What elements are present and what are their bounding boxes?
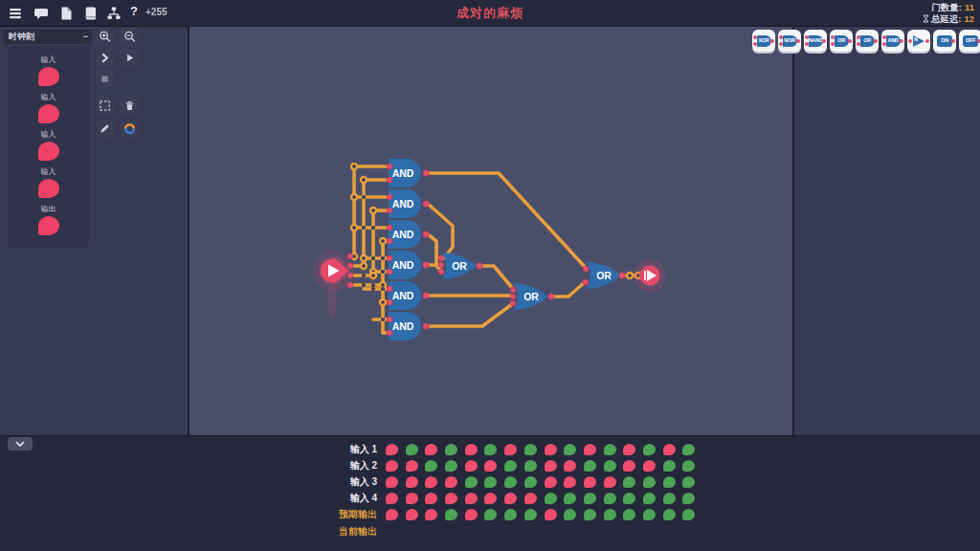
gate-pin[interactable] (548, 294, 554, 299)
clock-panel: 输入输入输入输入输出 (8, 46, 89, 248)
table-row-cells (386, 444, 695, 455)
palette-button-xor-0[interactable]: XOR (752, 30, 775, 52)
palette-button-and-5[interactable]: AND (881, 30, 904, 52)
delay-row: 总延迟:12 (923, 13, 974, 25)
gate-pin[interactable] (387, 330, 392, 336)
gate-pin[interactable] (423, 201, 429, 207)
palette-button-nand-2[interactable]: NAND (804, 30, 827, 52)
gate-pin[interactable] (387, 317, 392, 322)
collapse-table-button[interactable] (8, 437, 33, 451)
palette-pin (857, 42, 860, 46)
edit-button[interactable] (96, 120, 114, 138)
cell-blob-off (465, 509, 478, 520)
and-gate-label: AND (392, 198, 414, 209)
gate-pin[interactable] (347, 263, 353, 269)
gate-pin[interactable] (423, 262, 429, 268)
zoom-in-button[interactable] (96, 28, 114, 46)
palette-pin (857, 35, 860, 39)
gate-pin[interactable] (583, 279, 589, 285)
or-gate-label: OR (452, 260, 467, 272)
cell-blob-on (524, 460, 537, 472)
cell-blob-on (504, 509, 517, 520)
table-row-label: 当前输出 (316, 525, 377, 539)
gate-pin[interactable] (423, 170, 429, 176)
gate-pin[interactable] (619, 273, 625, 278)
collapse-panel-button[interactable]: − (83, 30, 88, 44)
palette-button-nor-1[interactable]: NOR (778, 30, 801, 52)
cell-blob-on (643, 444, 656, 455)
palette-pin (831, 42, 835, 46)
clock-item-2[interactable]: 输入 (15, 92, 82, 123)
cell-blob-off (425, 493, 437, 504)
clock-item-1[interactable]: 输入 (15, 55, 82, 86)
gate-pin[interactable] (438, 262, 444, 268)
gate-pin[interactable] (387, 299, 392, 305)
output-arrow-icon (644, 271, 646, 280)
select-box-button[interactable] (96, 97, 114, 115)
cell-blob-on (682, 493, 695, 504)
gate-pin[interactable] (347, 253, 353, 259)
gate-pin[interactable] (438, 255, 444, 261)
cell-blob-on (504, 460, 517, 472)
palette-gate-shape: XOR (757, 35, 771, 47)
gate-pin[interactable] (510, 294, 516, 299)
gate-pin[interactable] (387, 286, 392, 292)
gate-pin[interactable] (438, 269, 444, 275)
palette-button-or-4[interactable]: OR (856, 30, 879, 52)
gate-pin[interactable] (387, 208, 392, 213)
color-palette-button[interactable] (121, 120, 139, 138)
palette-button-on-7[interactable]: ON (933, 30, 956, 52)
zoom-out-button[interactable] (121, 28, 139, 46)
gate-pin[interactable] (423, 323, 429, 329)
cell-blob-off (484, 493, 497, 504)
and-gate-label: AND (392, 259, 414, 271)
gate-pin[interactable] (387, 225, 392, 231)
wire-junction-hole (352, 226, 356, 230)
cell-blob-on (623, 509, 635, 520)
table-row-1: 输入 1 (316, 441, 695, 457)
hourglass-icon (923, 14, 929, 23)
gate-pin[interactable] (423, 293, 429, 298)
cell-blob-on (584, 460, 596, 472)
palette-pin (822, 39, 826, 43)
delete-button[interactable] (121, 97, 139, 115)
gate-pin[interactable] (387, 177, 392, 183)
wire-junction-hole (381, 300, 385, 304)
palette-button-n-6[interactable]: N (907, 30, 930, 52)
step-button[interactable] (96, 49, 114, 67)
gate-pin[interactable] (387, 255, 392, 261)
gate-pin[interactable] (387, 164, 392, 169)
cell-blob-off (425, 444, 437, 455)
clock-item-5[interactable]: 输出 (15, 204, 82, 235)
stop-button[interactable] (96, 70, 114, 88)
palette-gate-label: OR (863, 38, 871, 44)
palette-gate-label: NOR (784, 38, 794, 44)
gate-pin[interactable] (387, 269, 392, 275)
cell-blob-off (545, 444, 557, 455)
palette-pin (779, 35, 783, 39)
gate-pin[interactable] (510, 300, 516, 306)
or-gate-label: OR (596, 270, 612, 281)
clock-item-label: 输入 (41, 55, 56, 65)
gate-pin[interactable] (347, 273, 353, 278)
gate-pin[interactable] (477, 263, 482, 269)
gate-pin[interactable] (347, 282, 353, 288)
play-button[interactable] (121, 49, 139, 67)
gate-pin[interactable] (583, 266, 589, 272)
gate-pin[interactable] (510, 287, 516, 293)
clock-item-label: 输入 (41, 129, 56, 140)
table-row-cells (386, 476, 695, 488)
cell-blob-on (663, 460, 676, 472)
gate-pin[interactable] (423, 231, 429, 237)
clock-item-3[interactable]: 输入 (15, 129, 82, 161)
gate-pin[interactable] (387, 238, 392, 244)
palette-pin (882, 35, 886, 39)
cell-blob-on (465, 476, 478, 488)
palette-pin (805, 35, 809, 39)
clock-item-4[interactable]: 输入 (15, 166, 82, 198)
palette-button-off-8[interactable]: OFF (959, 30, 980, 52)
cell-blob-off (545, 476, 557, 488)
palette-button-or-3[interactable]: OR (830, 30, 853, 52)
gate-pin[interactable] (387, 194, 392, 200)
cell-blob-off (663, 444, 676, 455)
